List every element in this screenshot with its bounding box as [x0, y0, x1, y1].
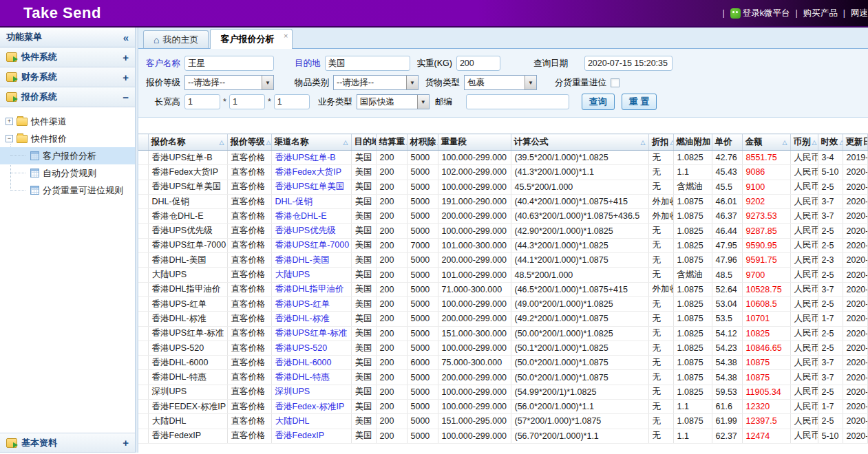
sort-icon[interactable]: △ — [670, 139, 674, 146]
tree-leaf-auto-sorting-rule[interactable]: 自动分货规则 — [0, 164, 135, 182]
column-header-fuel_surcharge[interactable]: 燃油附加△ — [673, 134, 712, 151]
table-row[interactable]: 香港Fedex大货IP直客价格香港Fedex大货IP美国2005000102.0… — [138, 165, 868, 180]
topbar-link-speed[interactable]: 网速 — [851, 8, 868, 19]
cell-channel[interactable]: 香港UPS-红单 — [271, 296, 351, 311]
sidebar-item-quote-system[interactable]: 报价系统 − — [0, 87, 135, 107]
business-type-select[interactable]: 国际快递 ▼ — [357, 94, 430, 109]
cell-volume_divisor: 5000 — [407, 194, 438, 208]
cell-settle_weight: 200 — [376, 268, 407, 282]
cell-channel[interactable]: 香港DHL-美国 — [271, 253, 351, 268]
column-header-volume_divisor[interactable]: 材积除△ — [407, 134, 438, 151]
cell-channel[interactable]: 香港UPS红单-B — [271, 151, 351, 165]
weight-input[interactable] — [456, 56, 500, 71]
tree-collapse-icon[interactable]: − — [6, 135, 13, 142]
cell-channel[interactable]: 大陆UPS — [271, 268, 351, 282]
cell-channel[interactable]: 深圳UPS — [271, 385, 351, 399]
collapse-minus-icon[interactable]: − — [123, 91, 129, 103]
table-row[interactable]: 香港UPS优先级直客价格香港UPS优先级美国2005000100.000-299… — [138, 224, 868, 238]
column-header-settle_weight[interactable]: 结算重△ — [376, 134, 407, 151]
cell-channel[interactable]: 香港仓DHL-E — [271, 209, 351, 224]
cell-channel[interactable]: 香港DHL-6000 — [271, 356, 351, 370]
table-row[interactable]: 香港DHL-特惠直客价格香港DHL-特惠美国2005000200.000-299… — [138, 370, 868, 385]
table-row[interactable]: 香港FEDEX-标准IP直客价格香港Fedex-标准IP美国2005000100… — [138, 400, 868, 414]
length-input[interactable] — [184, 94, 220, 109]
table-row[interactable]: 香港仓DHL-E直客价格香港仓DHL-E美国2005000200.000-299… — [138, 209, 868, 224]
sort-icon[interactable]: △ — [220, 139, 224, 146]
sidebar-item-basic-data[interactable]: 基本资料 + — [0, 433, 135, 453]
column-header-channel[interactable]: 渠道名称△ — [271, 134, 351, 151]
search-button[interactable]: 查询 — [582, 94, 615, 110]
customer-name-input[interactable] — [184, 56, 274, 71]
expand-plus-icon[interactable]: + — [123, 72, 129, 83]
query-date-input[interactable] — [584, 56, 673, 71]
table-row[interactable]: 大陆UPS直客价格大陆UPS美国2005000101.000-299.00048… — [138, 268, 868, 282]
column-header-amount[interactable]: 金额△ — [742, 134, 790, 151]
cell-channel[interactable]: 香港DHL指甲油价 — [271, 282, 351, 296]
table-row[interactable]: 大陆DHL直客价格大陆DHL美国2005000151.000-295.000(5… — [138, 414, 868, 429]
table-row[interactable]: 香港DHL-6000直客价格香港DHL-6000美国200600075.000-… — [138, 356, 868, 370]
sort-icon[interactable]: △ — [641, 139, 646, 146]
topbar-link-login[interactable]: 登录k微平台 — [743, 8, 790, 19]
cell-channel[interactable]: 香港Fedex大货IP — [271, 165, 351, 180]
tree-expand-icon[interactable]: + — [6, 118, 13, 125]
sort-icon[interactable]: △ — [266, 139, 271, 146]
tab-home[interactable]: ⌂ 我的主页 — [143, 30, 209, 48]
table-row[interactable]: 香港FedexIP直客价格香港FedexIP美国2005000100.000-2… — [138, 429, 868, 443]
close-tab-icon[interactable]: × — [284, 32, 288, 40]
cell-channel[interactable]: 大陆DHL — [271, 414, 351, 429]
column-header-discount[interactable]: 折扣△ — [648, 134, 673, 151]
table-row[interactable]: 香港UPS-红单直客价格香港UPS-红单美国2005000100.000-299… — [138, 296, 868, 311]
cell-channel[interactable]: 香港Fedex-标准IP — [271, 400, 351, 414]
tree-leaf-weight-carry-rule[interactable]: 分货重量可进位规则 — [0, 182, 135, 199]
sort-icon[interactable]: △ — [783, 139, 787, 146]
table-row[interactable]: 香港UPS-520直客价格香港UPS-520美国2005000100.000-2… — [138, 340, 868, 355]
cell-channel[interactable]: 香港DHL-特惠 — [271, 370, 351, 385]
column-header-name[interactable]: 报价名称△ — [148, 134, 227, 151]
tree-leaf-customer-quote-analysis[interactable]: 客户报价分析 — [0, 147, 135, 164]
cell-channel[interactable]: 香港DHL-标准 — [271, 312, 351, 326]
cell-channel[interactable]: 香港UPS优先级 — [271, 224, 351, 238]
table-row[interactable]: 香港UPS红单美国直客价格香港UPS红单美国美国2005000100.000-2… — [138, 180, 868, 194]
table-row[interactable]: 香港UPS红单-7000直客价格香港UPS红单-7000美国2007000101… — [138, 238, 868, 252]
table-row[interactable]: 香港UPS红单-B直客价格香港UPS红单-B美国2005000100.000-2… — [138, 151, 868, 165]
topbar-link-buy[interactable]: 购买产品 — [803, 8, 838, 19]
table-row[interactable]: 香港DHL指甲油价直客价格香港DHL指甲油价美国200500071.000-30… — [138, 282, 868, 296]
quote-grade-select[interactable]: --请选择-- ▼ — [184, 75, 274, 90]
cargo-type-select[interactable]: 包裹 ▼ — [464, 75, 537, 90]
item-type-select[interactable]: --请选择-- ▼ — [333, 75, 419, 90]
table-row[interactable]: 香港DHL-标准直客价格香港DHL-标准美国2005000200.000-299… — [138, 312, 868, 326]
sort-icon[interactable]: △ — [840, 139, 843, 146]
cell-channel[interactable]: 香港UPS红单-标准 — [271, 326, 351, 340]
cell-channel[interactable]: 香港UPS红单-7000 — [271, 238, 351, 252]
sort-icon[interactable]: △ — [343, 139, 348, 146]
width-input[interactable] — [229, 94, 265, 109]
expand-plus-icon[interactable]: + — [123, 437, 129, 448]
table-row[interactable]: DHL-促销直客价格DHL-促销美国2005000191.000-290.000… — [138, 194, 868, 208]
expand-plus-icon[interactable]: + — [123, 52, 129, 63]
sidebar-item-express-system[interactable]: 快件系统 + — [0, 47, 135, 67]
weight-carry-checkbox[interactable] — [611, 78, 620, 87]
cell-updated: 2020-0 — [843, 370, 868, 385]
tab-customer-quote-analysis[interactable]: 客户报价分析 × — [210, 29, 293, 49]
tree-node-express-quote[interactable]: − 快件报价 — [0, 130, 135, 147]
column-header-grade[interactable]: 报价等级△ — [227, 134, 271, 151]
collapse-sidebar-icon[interactable]: « — [123, 32, 129, 43]
sort-icon[interactable]: △ — [812, 139, 817, 146]
cell-channel[interactable]: DHL-促销 — [271, 194, 351, 208]
column-header-formula[interactable]: 计算公式△ — [511, 134, 648, 151]
table-row[interactable]: 香港UPS红单-标准直客价格香港UPS红单-标准美国2005000151.000… — [138, 326, 868, 340]
cell-channel[interactable]: 香港UPS红单美国 — [271, 180, 351, 194]
height-input[interactable] — [274, 94, 310, 109]
table-row[interactable]: 香港DHL-美国直客价格香港DHL-美国美国2005000200.000-299… — [138, 253, 868, 268]
column-header-currency[interactable]: 币别△ — [790, 134, 818, 151]
destination-input[interactable] — [325, 56, 410, 71]
column-header-destination[interactable]: 目的地△ — [351, 134, 376, 151]
cell-channel[interactable]: 香港FedexIP — [271, 429, 351, 443]
cell-channel[interactable]: 香港UPS-520 — [271, 340, 351, 355]
column-header-aging[interactable]: 时效△ — [818, 134, 843, 151]
zip-input[interactable] — [466, 94, 569, 109]
sidebar-item-finance-system[interactable]: 财务系统 + — [0, 67, 135, 87]
table-row[interactable]: 深圳UPS直客价格深圳UPS美国2005000100.000-299.000(5… — [138, 385, 868, 399]
tree-node-express-channel[interactable]: + 快件渠道 — [0, 113, 135, 130]
reset-button[interactable]: 重 置 — [622, 94, 657, 110]
